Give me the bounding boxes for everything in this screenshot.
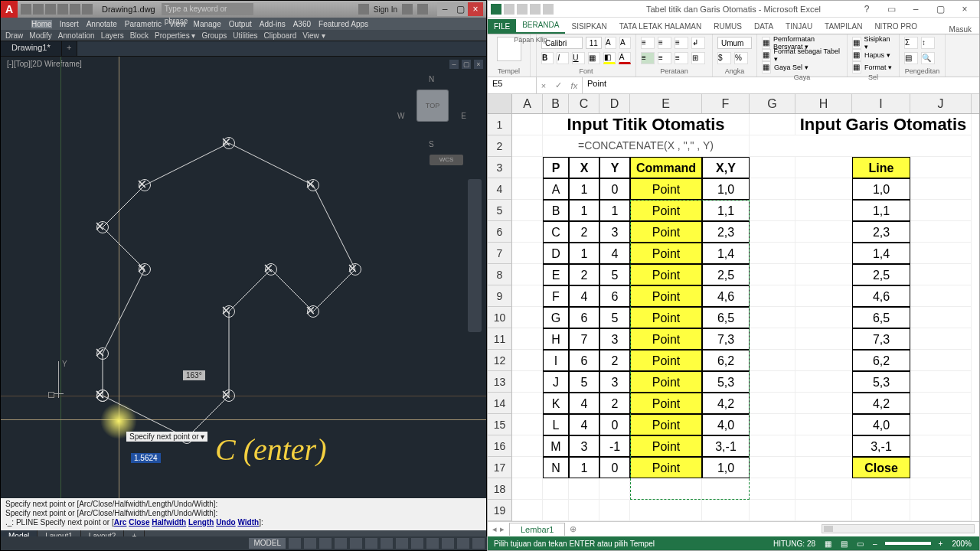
zoom-out-icon[interactable]: – — [871, 540, 879, 548]
cell-xy[interactable]: 6,2 — [702, 350, 750, 371]
view-layout-icon[interactable]: ▤ — [839, 540, 849, 548]
cell-line[interactable]: 1,4 — [852, 243, 910, 264]
row-header[interactable]: 8 — [488, 264, 512, 285]
point-marker[interactable] — [223, 305, 235, 318]
align-center-icon[interactable]: ≡ — [658, 52, 671, 64]
cell-line[interactable]: 6,2 — [852, 350, 910, 371]
status-icon[interactable] — [335, 538, 347, 549]
close-button[interactable]: × — [953, 4, 976, 15]
dynamic-value[interactable]: 1.5624 — [131, 453, 161, 463]
cell-cmd[interactable]: Point — [630, 328, 702, 350]
enter-icon[interactable]: ✓ — [555, 80, 562, 90]
col-H[interactable]: H — [795, 94, 852, 113]
ribbon-tab[interactable]: Insert — [60, 20, 79, 28]
column-headers[interactable]: A B C D E F G H I J — [488, 94, 979, 114]
document-tabs[interactable]: Drawing1* + — [1, 41, 486, 56]
col-G[interactable]: G — [750, 94, 795, 113]
exchange-icon[interactable] — [402, 4, 413, 15]
row-header[interactable]: 1 — [488, 114, 512, 135]
ribbon-tab[interactable]: Output — [229, 20, 252, 28]
sheet-tab[interactable]: Lembar1 — [509, 523, 565, 536]
cell-x[interactable]: 4 — [569, 285, 599, 307]
cell-line[interactable]: 3,-1 — [852, 435, 910, 457]
ribbon-tab[interactable]: View — [169, 20, 186, 28]
ribbon-tab[interactable]: Add-ins — [260, 20, 286, 28]
cell-y[interactable]: 0 — [599, 178, 630, 200]
style-button[interactable]: ▦Gaya Sel ▾ — [762, 61, 842, 73]
worksheet-grid[interactable]: A B C D E F G H I J 12345678910111213141… — [488, 94, 979, 521]
minimize-button[interactable]: – — [904, 4, 927, 15]
cell-line[interactable]: 6,5 — [852, 307, 910, 328]
border-icon[interactable]: ▦ — [588, 52, 600, 64]
point-marker[interactable] — [139, 263, 151, 276]
cell-line[interactable]: 4,2 — [852, 393, 910, 414]
cell-p[interactable]: K — [543, 393, 569, 414]
row-header[interactable]: 15 — [488, 414, 512, 435]
shrink-font-icon[interactable]: A — [619, 37, 631, 49]
status-icon[interactable] — [411, 538, 423, 549]
cell-cmd[interactable]: Point — [630, 178, 702, 200]
cell-x[interactable]: 3 — [569, 435, 599, 457]
ribbon-panel[interactable]: Annotation — [58, 31, 95, 40]
cell-y[interactable]: 3 — [599, 371, 630, 393]
cells-area[interactable]: Input Titik OtomatisInput Garis Otomatis… — [512, 114, 972, 521]
cell-y[interactable]: 5 — [599, 307, 630, 328]
align-top-icon[interactable]: ≡ — [641, 37, 655, 49]
excel-qat[interactable] — [491, 4, 554, 15]
bold-button[interactable]: B — [541, 52, 554, 64]
signin-label[interactable]: Masuk — [949, 25, 972, 34]
cell-xy[interactable]: 3,-1 — [702, 435, 750, 457]
cell-y[interactable]: 3 — [599, 221, 630, 243]
cell-y[interactable]: 1 — [599, 200, 630, 221]
cell-x[interactable]: 2 — [569, 264, 599, 285]
maximize-button[interactable]: ▢ — [452, 2, 468, 16]
cell-cmd[interactable]: Point — [630, 264, 702, 285]
cell-line[interactable]: 5,3 — [852, 371, 910, 393]
font-color-icon[interactable]: A — [619, 52, 631, 64]
command-line[interactable]: Specify next point or [Arc/Close/Halfwid… — [1, 498, 486, 530]
ribbon-tab[interactable]: Annotate — [87, 20, 117, 28]
row-header[interactable]: 7 — [488, 243, 512, 264]
view-break-icon[interactable]: ▭ — [855, 540, 865, 548]
wrap-text-icon[interactable]: ↲ — [691, 37, 705, 49]
point-marker[interactable] — [307, 179, 319, 191]
status-icon[interactable] — [365, 538, 377, 549]
cell[interactable] — [569, 478, 599, 500]
help-icon[interactable]: ? — [855, 4, 878, 15]
cell-p[interactable]: B — [543, 200, 569, 221]
sort-icon[interactable]: ↕ — [921, 37, 935, 49]
quick-access-toolbar[interactable] — [18, 4, 96, 15]
status-bar[interactable]: MODEL — [1, 536, 488, 550]
excel-tab[interactable]: TATA LETAK HALAMAN — [613, 19, 708, 34]
view-normal-icon[interactable]: ▦ — [823, 540, 833, 548]
cell[interactable] — [569, 500, 599, 521]
point-marker[interactable] — [139, 179, 151, 191]
currency-icon[interactable]: $ — [717, 52, 731, 64]
cell[interactable] — [910, 478, 972, 500]
viewport[interactable]: [-][Top][2D Wireframe] –▢× N S E W TOP W… — [1, 56, 486, 498]
point-marker[interactable] — [265, 263, 277, 276]
cell-x[interactable]: 2 — [569, 221, 599, 243]
cell-cmd[interactable]: Point — [630, 200, 702, 221]
help-icon[interactable] — [417, 4, 428, 15]
zoom-readout[interactable]: 200% — [950, 540, 973, 548]
cell-p[interactable]: L — [543, 414, 569, 435]
col-I[interactable]: I — [852, 94, 910, 113]
cell-x[interactable]: 6 — [569, 307, 599, 328]
excel-tab[interactable]: DATA — [748, 19, 779, 34]
excel-tab[interactable]: FILE — [488, 19, 516, 34]
ribbon-tab[interactable]: Home — [31, 20, 52, 28]
cell-x[interactable]: 1 — [569, 178, 599, 200]
cell[interactable] — [702, 500, 750, 521]
cell[interactable] — [543, 500, 569, 521]
excel-tab[interactable]: NITRO PRO — [868, 19, 923, 34]
cell[interactable] — [512, 500, 543, 521]
cell-cmd[interactable]: Point — [630, 350, 702, 371]
fill-color-icon[interactable]: ◧ — [603, 52, 616, 64]
row-header[interactable]: 2 — [488, 135, 512, 157]
col-C[interactable]: C — [569, 94, 599, 113]
cancel-icon[interactable]: × — [541, 81, 546, 90]
formula-input[interactable]: Point — [583, 77, 979, 93]
excel-tab[interactable]: RUMUS — [707, 19, 748, 34]
align-right-icon[interactable]: ≡ — [675, 52, 688, 64]
